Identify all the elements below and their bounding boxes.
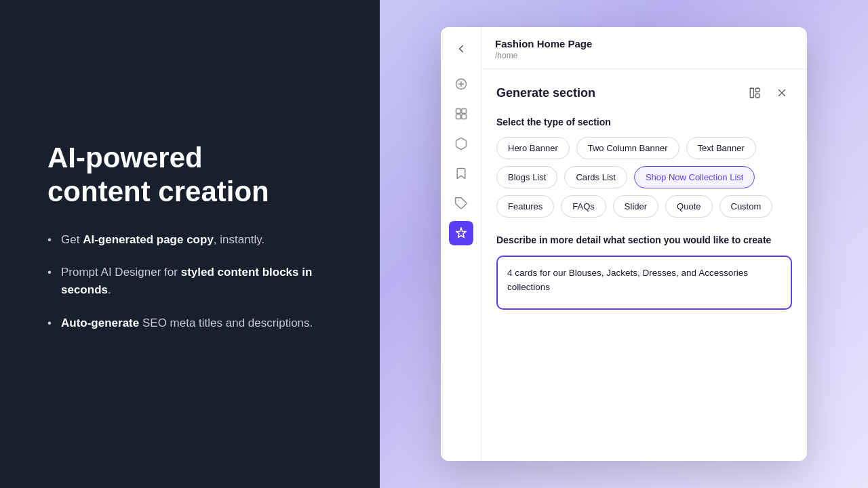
- tag-slider[interactable]: Slider: [613, 195, 658, 218]
- main-content: Fashion Home Page /home Generate section: [481, 27, 807, 461]
- describe-label: Describe in more detail what section you…: [496, 234, 792, 247]
- close-button[interactable]: [772, 83, 792, 103]
- sidebar-add-icon[interactable]: [449, 72, 473, 96]
- tag-custom[interactable]: Custom: [719, 195, 773, 218]
- section-type-label: Select the type of section: [496, 117, 792, 127]
- sidebar-cube-icon[interactable]: [449, 131, 473, 156]
- feature-item-1: Get AI-generated page copy, instantly.: [47, 231, 332, 249]
- svg-rect-8: [750, 88, 753, 98]
- tag-shop-now-collection-list[interactable]: Shop Now Collection List: [634, 166, 755, 188]
- tag-faqs[interactable]: FAQs: [561, 195, 606, 218]
- tag-blogs-list[interactable]: Blogs List: [496, 166, 557, 188]
- svg-rect-5: [456, 115, 460, 119]
- tags-grid: Hero BannerTwo Column BannerText BannerB…: [496, 137, 792, 218]
- sidebar: [441, 27, 481, 461]
- svg-rect-6: [461, 115, 466, 119]
- generate-panel: Generate section Select the type of sect…: [481, 69, 807, 461]
- sidebar-layout-icon[interactable]: [449, 102, 473, 126]
- tag-features[interactable]: Features: [496, 195, 554, 218]
- left-panel: AI-powered content creation Get AI-gener…: [0, 0, 380, 488]
- page-path: /home: [495, 51, 793, 60]
- tag-text-banner[interactable]: Text Banner: [686, 137, 756, 159]
- svg-rect-4: [461, 109, 466, 114]
- svg-rect-9: [756, 88, 760, 92]
- panel-title: Generate section: [496, 86, 595, 100]
- hero-heading: AI-powered content creation: [47, 141, 332, 209]
- svg-rect-10: [756, 94, 760, 98]
- tag-two-column-banner[interactable]: Two Column Banner: [576, 137, 679, 159]
- svg-rect-3: [456, 109, 460, 114]
- sidebar-ai-icon[interactable]: [449, 221, 473, 245]
- app-window: Fashion Home Page /home Generate section: [441, 27, 807, 461]
- sidebar-bookmark-icon[interactable]: [449, 161, 473, 186]
- back-button[interactable]: [449, 37, 473, 61]
- feature-item-3: Auto-generate SEO meta titles and descri…: [47, 314, 332, 332]
- page-header: Fashion Home Page /home: [481, 27, 807, 69]
- feature-list: Get AI-generated page copy, instantly. P…: [47, 231, 332, 347]
- describe-textarea[interactable]: [496, 256, 792, 310]
- sidebar-tag-icon[interactable]: [449, 191, 473, 216]
- panel-actions: [745, 83, 792, 103]
- page-title: Fashion Home Page: [495, 38, 793, 49]
- tag-cards-list[interactable]: Cards List: [564, 166, 627, 188]
- panel-header: Generate section: [496, 83, 792, 103]
- layout-toggle-button[interactable]: [745, 83, 765, 103]
- feature-item-2: Prompt AI Designer for styled content bl…: [47, 264, 332, 300]
- right-panel: Fashion Home Page /home Generate section: [380, 0, 868, 488]
- tag-hero-banner[interactable]: Hero Banner: [496, 137, 570, 159]
- tag-quote[interactable]: Quote: [665, 195, 712, 218]
